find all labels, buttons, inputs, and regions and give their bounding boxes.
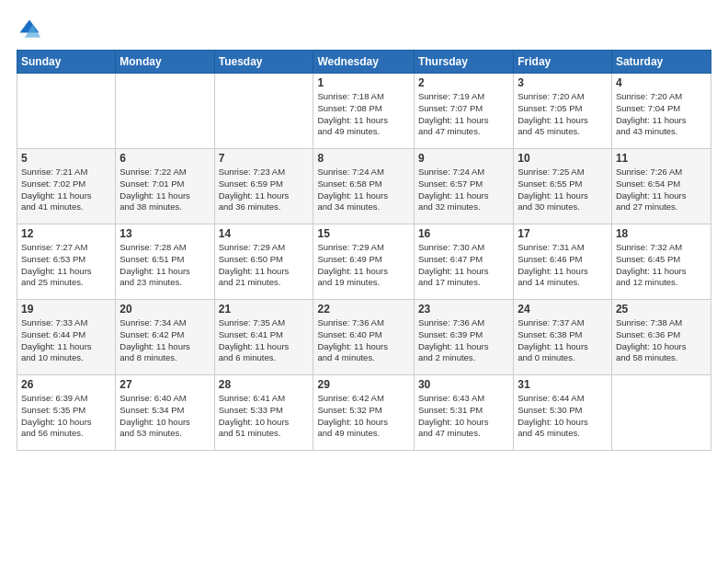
calendar-cell: 16Sunrise: 7:30 AMSunset: 6:47 PMDayligh… — [414, 224, 513, 300]
calendar-table: SundayMondayTuesdayWednesdayThursdayFrid… — [17, 50, 711, 451]
day-info: Sunrise: 7:30 AMSunset: 6:47 PMDaylight:… — [418, 242, 509, 289]
calendar-cell: 25Sunrise: 7:38 AMSunset: 6:36 PMDayligh… — [611, 300, 711, 375]
day-number: 20 — [119, 303, 210, 316]
calendar-cell: 17Sunrise: 7:31 AMSunset: 6:46 PMDayligh… — [514, 224, 612, 300]
weekday-header-wednesday: Wednesday — [313, 51, 414, 74]
logo — [17, 17, 46, 42]
day-info: Sunrise: 6:44 AMSunset: 5:30 PMDaylight:… — [518, 393, 608, 440]
page: SundayMondayTuesdayWednesdayThursdayFrid… — [0, 0, 728, 563]
day-number: 24 — [518, 303, 608, 316]
day-number: 4 — [616, 76, 707, 89]
day-number: 2 — [418, 76, 509, 89]
calendar-cell: 28Sunrise: 6:41 AMSunset: 5:33 PMDayligh… — [214, 375, 313, 451]
day-info: Sunrise: 7:18 AMSunset: 7:08 PMDaylight:… — [317, 91, 409, 138]
day-info: Sunrise: 7:38 AMSunset: 6:36 PMDaylight:… — [616, 317, 707, 364]
weekday-header-saturday: Saturday — [611, 51, 711, 74]
day-number: 12 — [21, 227, 111, 240]
calendar-cell: 31Sunrise: 6:44 AMSunset: 5:30 PMDayligh… — [514, 375, 612, 451]
calendar-week-3: 12Sunrise: 7:27 AMSunset: 6:53 PMDayligh… — [17, 224, 711, 300]
weekday-header-row: SundayMondayTuesdayWednesdayThursdayFrid… — [17, 51, 711, 74]
calendar-week-2: 5Sunrise: 7:21 AMSunset: 7:02 PMDaylight… — [17, 149, 711, 224]
calendar-cell: 24Sunrise: 7:37 AMSunset: 6:38 PMDayligh… — [514, 300, 612, 375]
calendar-cell — [17, 74, 116, 149]
calendar-cell: 23Sunrise: 7:36 AMSunset: 6:39 PMDayligh… — [414, 300, 513, 375]
day-number: 9 — [418, 152, 509, 165]
calendar-cell: 11Sunrise: 7:26 AMSunset: 6:54 PMDayligh… — [611, 149, 711, 224]
day-info: Sunrise: 7:27 AMSunset: 6:53 PMDaylight:… — [21, 242, 111, 289]
calendar-cell: 22Sunrise: 7:36 AMSunset: 6:40 PMDayligh… — [313, 300, 414, 375]
day-info: Sunrise: 7:24 AMSunset: 6:58 PMDaylight:… — [317, 167, 409, 213]
day-number: 25 — [616, 303, 707, 316]
calendar-cell: 10Sunrise: 7:25 AMSunset: 6:55 PMDayligh… — [514, 149, 612, 224]
day-number: 17 — [518, 227, 608, 240]
day-number: 14 — [219, 227, 310, 240]
day-number: 21 — [219, 303, 310, 316]
day-info: Sunrise: 7:35 AMSunset: 6:41 PMDaylight:… — [219, 317, 310, 364]
calendar-cell: 6Sunrise: 7:22 AMSunset: 7:01 PMDaylight… — [116, 149, 214, 224]
day-info: Sunrise: 7:29 AMSunset: 6:50 PMDaylight:… — [219, 242, 310, 289]
calendar-week-1: 1Sunrise: 7:18 AMSunset: 7:08 PMDaylight… — [17, 74, 711, 149]
calendar-cell: 14Sunrise: 7:29 AMSunset: 6:50 PMDayligh… — [214, 224, 313, 300]
day-number: 18 — [616, 227, 707, 240]
day-number: 5 — [21, 152, 111, 165]
day-info: Sunrise: 7:22 AMSunset: 7:01 PMDaylight:… — [119, 167, 210, 213]
day-info: Sunrise: 7:28 AMSunset: 6:51 PMDaylight:… — [119, 242, 210, 289]
day-number: 16 — [418, 227, 509, 240]
calendar-cell — [116, 74, 214, 149]
day-info: Sunrise: 7:34 AMSunset: 6:42 PMDaylight:… — [119, 317, 210, 364]
day-info: Sunrise: 7:36 AMSunset: 6:40 PMDaylight:… — [317, 317, 409, 364]
calendar-cell: 26Sunrise: 6:39 AMSunset: 5:35 PMDayligh… — [17, 375, 116, 451]
calendar-cell: 2Sunrise: 7:19 AMSunset: 7:07 PMDaylight… — [414, 74, 513, 149]
calendar-cell: 30Sunrise: 6:43 AMSunset: 5:31 PMDayligh… — [414, 375, 513, 451]
day-info: Sunrise: 6:40 AMSunset: 5:34 PMDaylight:… — [119, 393, 210, 440]
day-number: 28 — [219, 378, 310, 391]
day-info: Sunrise: 7:33 AMSunset: 6:44 PMDaylight:… — [21, 317, 111, 364]
calendar-cell: 27Sunrise: 6:40 AMSunset: 5:34 PMDayligh… — [116, 375, 214, 451]
calendar-cell — [214, 74, 313, 149]
day-info: Sunrise: 7:24 AMSunset: 6:57 PMDaylight:… — [418, 167, 509, 213]
day-number: 29 — [317, 378, 409, 391]
day-info: Sunrise: 7:32 AMSunset: 6:45 PMDaylight:… — [616, 242, 707, 289]
day-number: 13 — [119, 227, 210, 240]
day-info: Sunrise: 7:31 AMSunset: 6:46 PMDaylight:… — [518, 242, 608, 289]
day-number: 3 — [518, 76, 608, 89]
day-info: Sunrise: 7:36 AMSunset: 6:39 PMDaylight:… — [418, 317, 509, 364]
calendar-week-5: 26Sunrise: 6:39 AMSunset: 5:35 PMDayligh… — [17, 375, 711, 451]
calendar-cell: 8Sunrise: 7:24 AMSunset: 6:58 PMDaylight… — [313, 149, 414, 224]
day-number: 22 — [317, 303, 409, 316]
weekday-header-thursday: Thursday — [414, 51, 513, 74]
calendar-cell: 20Sunrise: 7:34 AMSunset: 6:42 PMDayligh… — [116, 300, 214, 375]
calendar-cell: 4Sunrise: 7:20 AMSunset: 7:04 PMDaylight… — [611, 74, 711, 149]
calendar-cell: 29Sunrise: 6:42 AMSunset: 5:32 PMDayligh… — [313, 375, 414, 451]
day-number: 11 — [616, 152, 707, 165]
calendar-cell — [611, 375, 711, 451]
calendar-cell: 21Sunrise: 7:35 AMSunset: 6:41 PMDayligh… — [214, 300, 313, 375]
day-info: Sunrise: 7:29 AMSunset: 6:49 PMDaylight:… — [317, 242, 409, 289]
day-info: Sunrise: 7:20 AMSunset: 7:05 PMDaylight:… — [518, 91, 608, 138]
day-info: Sunrise: 7:21 AMSunset: 7:02 PMDaylight:… — [21, 167, 111, 213]
day-number: 10 — [518, 152, 608, 165]
day-info: Sunrise: 7:23 AMSunset: 6:59 PMDaylight:… — [219, 167, 310, 213]
day-number: 1 — [317, 76, 409, 89]
calendar-cell: 12Sunrise: 7:27 AMSunset: 6:53 PMDayligh… — [17, 224, 116, 300]
calendar-cell: 19Sunrise: 7:33 AMSunset: 6:44 PMDayligh… — [17, 300, 116, 375]
day-number: 31 — [518, 378, 608, 391]
weekday-header-monday: Monday — [116, 51, 214, 74]
day-info: Sunrise: 6:42 AMSunset: 5:32 PMDaylight:… — [317, 393, 409, 440]
calendar-cell: 3Sunrise: 7:20 AMSunset: 7:05 PMDaylight… — [514, 74, 612, 149]
day-number: 15 — [317, 227, 409, 240]
weekday-header-sunday: Sunday — [17, 51, 116, 74]
day-info: Sunrise: 7:20 AMSunset: 7:04 PMDaylight:… — [616, 91, 707, 138]
calendar-cell: 7Sunrise: 7:23 AMSunset: 6:59 PMDaylight… — [214, 149, 313, 224]
day-info: Sunrise: 7:19 AMSunset: 7:07 PMDaylight:… — [418, 91, 509, 138]
day-number: 26 — [21, 378, 111, 391]
calendar-cell: 18Sunrise: 7:32 AMSunset: 6:45 PMDayligh… — [611, 224, 711, 300]
day-number: 6 — [119, 152, 210, 165]
day-info: Sunrise: 6:39 AMSunset: 5:35 PMDaylight:… — [21, 393, 111, 440]
calendar-cell: 15Sunrise: 7:29 AMSunset: 6:49 PMDayligh… — [313, 224, 414, 300]
calendar-week-4: 19Sunrise: 7:33 AMSunset: 6:44 PMDayligh… — [17, 300, 711, 375]
calendar-cell: 9Sunrise: 7:24 AMSunset: 6:57 PMDaylight… — [414, 149, 513, 224]
calendar-cell: 13Sunrise: 7:28 AMSunset: 6:51 PMDayligh… — [116, 224, 214, 300]
calendar-cell: 5Sunrise: 7:21 AMSunset: 7:02 PMDaylight… — [17, 149, 116, 224]
day-info: Sunrise: 6:41 AMSunset: 5:33 PMDaylight:… — [219, 393, 310, 440]
